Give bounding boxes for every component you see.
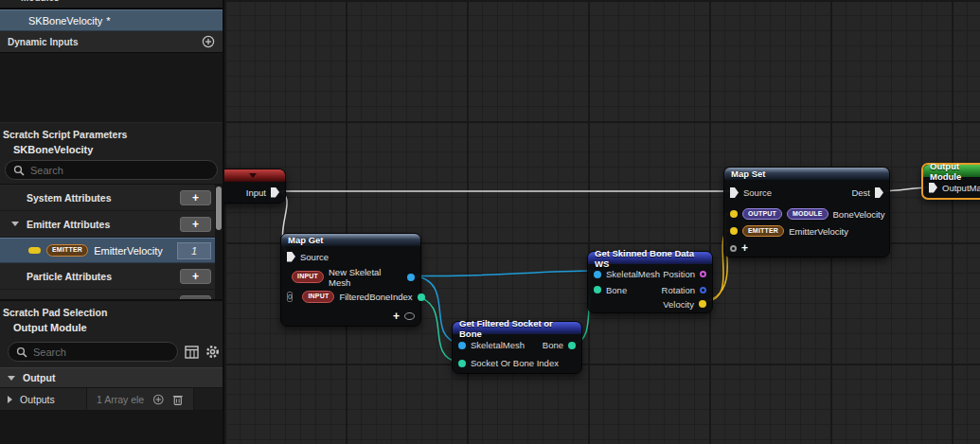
bone-input-pin[interactable] <box>594 286 601 293</box>
left-panel: Modules SKBoneVelocity * Dynamic Inputs … <box>0 0 224 444</box>
add-element-icon[interactable] <box>152 393 164 406</box>
add-pin-socket[interactable] <box>730 245 737 252</box>
group-module-attributes[interactable]: Module Attributes + <box>0 290 223 299</box>
position-output-pin[interactable] <box>700 271 706 277</box>
group-system-attributes[interactable]: System Attributes + <box>0 185 223 211</box>
add-pin-button[interactable]: + <box>393 311 400 322</box>
group-emitter-attributes[interactable]: Emitter Attributes + <box>0 211 223 238</box>
parameter-type-icon <box>28 247 41 254</box>
node-output-module[interactable]: Output Module OutputMap <box>921 163 980 200</box>
node-get-filtered-socket-or-bone[interactable]: Get Filtered Socket or Bone SkeletalMesh… <box>452 321 582 374</box>
node-output-module-header[interactable]: Output Module <box>923 165 980 177</box>
chevron-down-icon <box>11 222 19 226</box>
boneindex-output-pin[interactable] <box>418 293 425 301</box>
script-row-skbonevelocity[interactable]: SKBoneVelocity * <box>0 9 223 31</box>
velocity-output-pin[interactable] <box>699 300 706 308</box>
selection-search[interactable] <box>8 342 178 362</box>
source-pin-label: Source <box>300 252 329 262</box>
parameter-emittervelocity[interactable]: EMITTER EmitterVelocity 1 <box>0 238 223 263</box>
dynamic-inputs-row[interactable]: Dynamic Inputs <box>0 31 223 53</box>
settings-button[interactable] <box>205 344 220 360</box>
outputs-expander[interactable]: Outputs <box>0 388 87 410</box>
node-map-get[interactable]: Map Get Source INPUT New Skeletal Mesh 0… <box>280 233 421 327</box>
skeletalmesh-output-pin[interactable] <box>407 274 415 281</box>
pin-label-filteredboneindex: FilteredBoneIndex <box>339 292 412 302</box>
skeletalmesh-input-pin[interactable] <box>458 342 466 349</box>
bone-output-pin[interactable] <box>568 342 576 349</box>
add-system-attribute-button[interactable]: + <box>180 190 211 205</box>
pin-label-new-skeletal-mesh: New Skeletal Mesh <box>329 267 402 288</box>
group-particle-attributes[interactable]: Particle Attributes + <box>0 263 223 290</box>
node-get-skinned-header[interactable]: Get Skinned Bone Data WS <box>588 252 712 264</box>
exec-outputmap-pin[interactable] <box>929 183 937 193</box>
module-namespace-badge: MODULE <box>787 208 829 220</box>
visibility-toggle-icon[interactable] <box>404 312 415 320</box>
exec-source-pin[interactable] <box>730 187 739 198</box>
search-input[interactable] <box>33 346 169 358</box>
array-count-value: 1 Array elen <box>97 394 144 405</box>
emittervelocity-input-pin[interactable] <box>730 227 738 235</box>
outputmap-pin-label: OutputMap <box>942 183 980 193</box>
trash-icon[interactable] <box>172 393 184 406</box>
exec-output-pin[interactable] <box>271 187 279 198</box>
node-get-skinned-bone-data-ws[interactable]: Get Skinned Bone Data WS SkeletalMesh Po… <box>587 251 713 313</box>
pin-label-bonevelocity: BoneVelocity <box>833 209 885 220</box>
chevron-right-icon <box>8 396 12 403</box>
skeletalmesh-input-pin[interactable] <box>594 271 601 278</box>
node-input-header[interactable] <box>224 169 285 182</box>
bonevelocity-input-pin[interactable] <box>730 210 738 218</box>
output-section-header[interactable]: Output <box>0 367 223 388</box>
wire-skeletalmesh-to-getskinned <box>413 271 595 276</box>
scratch-pad-selection-title: Scratch Pad Selection <box>0 301 223 320</box>
gear-icon <box>205 345 220 359</box>
pin-label-emittervelocity: EmitterVelocity <box>789 226 848 237</box>
node-get-filtered-header[interactable]: Get Filtered Socket or Bone <box>453 322 581 334</box>
node-map-set[interactable]: Map Set Source Dest OUTPUT MODULE BoneVe… <box>723 167 890 258</box>
column-view-button[interactable] <box>185 344 199 360</box>
niagara-scratch-pad: Modules SKBoneVelocity * Dynamic Inputs … <box>0 0 980 444</box>
outputs-property-row: Outputs 1 Array elen <box>0 388 223 411</box>
node-map-set-header[interactable]: Map Set <box>724 168 889 180</box>
parameters-script-name: SKBoneVelocity <box>0 142 223 158</box>
output-namespace-badge: OUTPUT <box>742 208 782 220</box>
node-map-get-header[interactable]: Map Get <box>281 234 420 246</box>
parameters-search[interactable] <box>5 160 218 180</box>
scrollbar[interactable] <box>215 185 223 299</box>
add-pin-button[interactable]: + <box>741 242 748 254</box>
default-value-box[interactable]: 0 <box>287 292 293 302</box>
search-icon <box>13 165 25 176</box>
search-input[interactable] <box>30 165 209 176</box>
node-input[interactable]: Input <box>224 169 286 204</box>
add-particle-attribute-button[interactable]: + <box>180 269 211 284</box>
input-pin-label: Input <box>246 187 266 198</box>
scratch-script-parameters-title: Scratch Script Parameters <box>0 123 223 142</box>
dynamic-inputs-label: Dynamic Inputs <box>8 37 78 47</box>
emitter-namespace-badge: EMITTER <box>46 244 88 256</box>
rotation-output-pin[interactable] <box>700 287 706 293</box>
dirty-marker: * <box>106 15 110 27</box>
selected-module-name: Output Module <box>0 320 223 336</box>
exec-dest-pin[interactable] <box>875 187 883 198</box>
empty-area <box>0 53 223 123</box>
chevron-down-icon <box>8 376 15 381</box>
search-icon <box>16 346 27 358</box>
attributes-list: System Attributes + Emitter Attributes +… <box>0 184 223 299</box>
reference-count: 1 <box>177 242 211 259</box>
modules-label: Modules <box>21 0 60 3</box>
chevron-down-icon[interactable] <box>249 173 257 178</box>
input-namespace-badge: INPUT <box>292 271 324 282</box>
node-graph-canvas[interactable]: Input Map Get Source INPUT New Skeletal … <box>224 0 980 444</box>
scratch-pad-selection-panel: Scratch Pad Selection Output Module <box>0 299 223 444</box>
table-icon <box>185 346 199 359</box>
exec-source-pin[interactable] <box>287 252 295 262</box>
add-emitter-attribute-button[interactable]: + <box>180 217 211 232</box>
add-circle-icon[interactable] <box>202 35 215 48</box>
parameter-name: EmitterVelocity <box>94 245 171 257</box>
add-module-attribute-button[interactable]: + <box>180 295 211 300</box>
emitter-namespace-badge: EMITTER <box>742 225 784 237</box>
input-namespace-badge: INPUT <box>302 291 334 302</box>
socket-or-bone-index-input-pin[interactable] <box>458 360 466 367</box>
modules-row[interactable]: Modules <box>0 0 223 9</box>
script-name: SKBoneVelocity <box>28 15 102 27</box>
